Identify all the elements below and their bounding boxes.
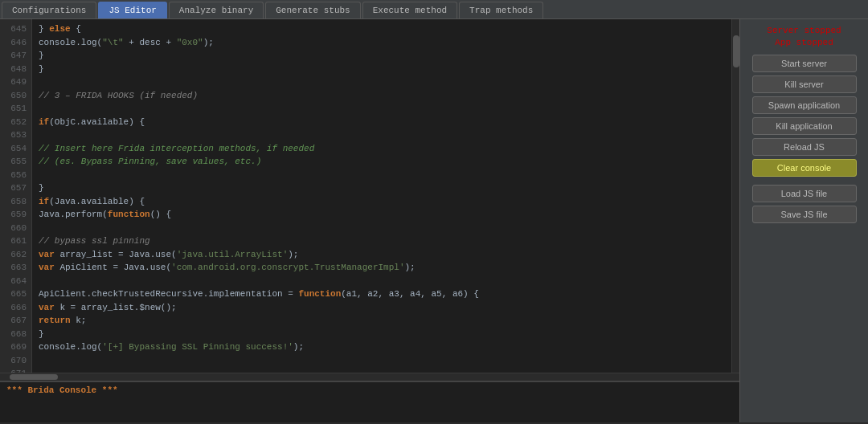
- kill-application-button[interactable]: Kill application: [752, 117, 857, 135]
- reload-js-button[interactable]: Reload JS: [752, 138, 857, 156]
- save-js-file-button[interactable]: Save JS file: [752, 206, 857, 223]
- code-editor[interactable]: } else { console.log("\t" + desc + "0x0"…: [32, 19, 731, 373]
- vertical-scrollbar[interactable]: [731, 19, 739, 373]
- clear-console-button[interactable]: Clear console: [752, 159, 857, 177]
- main-layout: 6456466476486496506516526536546556566576…: [0, 19, 868, 422]
- tab-bar: Configurations JS Editor Analyze binary …: [0, 0, 868, 19]
- console-title: *** Brida Console ***: [6, 385, 733, 395]
- tab-trap-methods[interactable]: Trap methods: [459, 2, 543, 18]
- console-area: *** Brida Console ***: [0, 381, 739, 422]
- h-scrollbar-thumb[interactable]: [10, 374, 58, 380]
- line-numbers: 6456466476486496506516526536546556566576…: [0, 19, 32, 373]
- tab-configurations[interactable]: Configurations: [2, 2, 96, 18]
- scrollbar-thumb[interactable]: [733, 35, 739, 67]
- load-js-file-button[interactable]: Load JS file: [752, 185, 857, 202]
- code-container: 6456466476486496506516526536546556566576…: [0, 19, 739, 373]
- spawn-application-button[interactable]: Spawn application: [752, 96, 857, 114]
- tab-analyze-binary[interactable]: Analyze binary: [169, 2, 264, 18]
- app-status: App stopped: [775, 38, 833, 47]
- start-server-button[interactable]: Start server: [752, 55, 857, 72]
- tab-generate-stubs[interactable]: Generate stubs: [265, 2, 360, 18]
- tab-execute-method[interactable]: Execute method: [362, 2, 457, 18]
- kill-server-button[interactable]: Kill server: [752, 75, 857, 93]
- editor-area: 6456466476486496506516526536546556566576…: [0, 19, 739, 422]
- right-panel: Server stopped App stopped Start server …: [739, 19, 868, 422]
- server-status: Server stopped: [767, 26, 841, 35]
- horizontal-scrollbar[interactable]: [0, 373, 739, 381]
- tab-js-editor[interactable]: JS Editor: [98, 2, 166, 18]
